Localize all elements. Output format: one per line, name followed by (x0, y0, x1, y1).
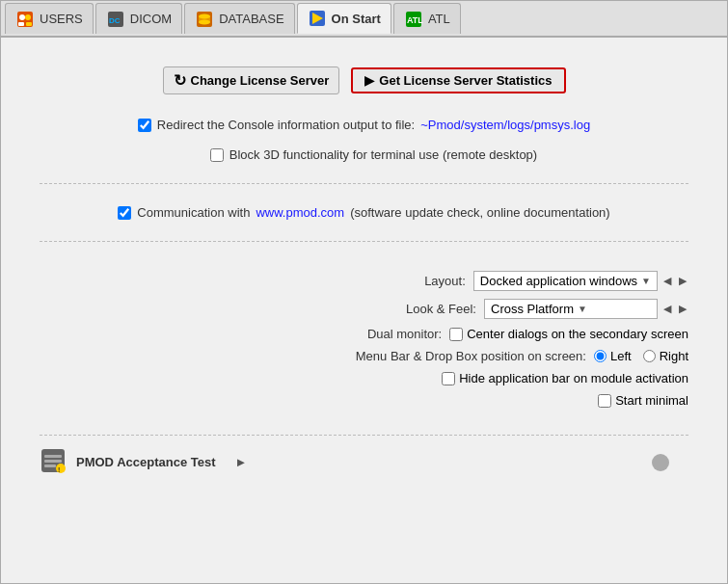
communication-checkbox[interactable] (118, 206, 131, 220)
menu-bar-label: Menu Bar & Drop Box position on screen: (356, 349, 586, 363)
tab-users-label: USERS (40, 12, 83, 26)
look-feel-label: Look & Feel: (264, 302, 476, 316)
atl-icon: ATL (404, 10, 423, 29)
layout-label: Layout: (254, 274, 466, 288)
dual-monitor-checkbox[interactable] (449, 328, 463, 341)
refresh-icon: ↻ (174, 71, 186, 90)
pmod-test-status-circle (652, 454, 669, 471)
license-row: ↻ Change License Server ▶ Get License Se… (163, 66, 566, 94)
menu-bar-right-option[interactable]: Right (643, 349, 688, 363)
redirect-console-label: Redirect the Console information output … (157, 118, 415, 132)
layout-dropdown-arrow: ▼ (641, 276, 651, 286)
svg-point-10 (199, 19, 210, 24)
tab-onstart-label: On Start (332, 12, 381, 26)
dual-monitor-text: Center dialogs on the secondary screen (467, 327, 688, 341)
communication-link: www.pmod.com (256, 205, 344, 220)
tab-atl[interactable]: ATL ATL (393, 3, 461, 34)
block-3d-checkbox[interactable] (210, 148, 224, 162)
svg-text:ATL: ATL (407, 15, 423, 25)
database-icon (195, 10, 214, 29)
onstart-icon (308, 9, 327, 28)
hide-app-bar-row: Hide application bar on module activatio… (40, 371, 688, 385)
dual-monitor-row: Dual monitor: Center dialogs on the seco… (40, 327, 688, 341)
dual-monitor-value: Center dialogs on the secondary screen (449, 327, 688, 341)
main-window: USERS DC DICOM DATABASE (0, 0, 728, 584)
menu-bar-left-label: Left (610, 349, 632, 363)
svg-text:DC: DC (109, 16, 121, 25)
layout-prev-arrow[interactable]: ◀ (661, 275, 673, 287)
tab-onstart[interactable]: On Start (297, 3, 391, 34)
svg-rect-4 (26, 22, 32, 26)
tab-atl-label: ATL (428, 12, 450, 26)
look-feel-value: Cross Platform ▼ ◀ ▶ (484, 299, 688, 319)
pmod-test-label: PMOD Acceptance Test (76, 455, 216, 469)
layout-dropdown-value: Docked application windows (480, 274, 637, 288)
svg-point-2 (25, 14, 31, 20)
start-minimal-value: Start minimal (598, 393, 688, 408)
settings-grid: Layout: Docked application windows ▼ ◀ ▶… (40, 263, 688, 415)
tab-dicom-label: DICOM (130, 12, 172, 26)
tab-users[interactable]: USERS (5, 3, 94, 34)
menu-bar-value: Left Right (594, 349, 688, 363)
divider-1 (40, 183, 688, 184)
redirect-console-row: Redirect the Console information output … (40, 118, 688, 132)
get-stats-button[interactable]: ▶ Get License Server Statistics (351, 67, 565, 93)
users-icon (15, 10, 35, 29)
svg-rect-18 (44, 465, 56, 467)
svg-point-1 (19, 14, 25, 20)
svg-rect-17 (44, 460, 62, 463)
tab-bar: USERS DC DICOM DATABASE (1, 1, 727, 38)
change-license-button[interactable]: ↻ Change License Server (163, 66, 340, 94)
svg-rect-16 (44, 455, 62, 458)
hide-app-bar-checkbox[interactable] (442, 372, 455, 385)
redirect-console-inner: Redirect the Console information output … (138, 118, 590, 132)
look-feel-row: Look & Feel: Cross Platform ▼ ◀ ▶ (40, 299, 688, 319)
main-section: ↻ Change License Server ▶ Get License Se… (40, 66, 688, 477)
communication-suffix: (software update check, online documenta… (350, 205, 610, 220)
layout-dropdown[interactable]: Docked application windows ▼ (473, 271, 658, 291)
look-feel-next-arrow[interactable]: ▶ (677, 303, 688, 315)
look-feel-dropdown-value: Cross Platform (491, 302, 574, 316)
pmod-test-arrow[interactable]: ► (235, 455, 248, 469)
dual-monitor-label: Dual monitor: (229, 327, 442, 341)
hide-app-bar-value: Hide application bar on module activatio… (442, 371, 688, 385)
divider-2 (40, 241, 688, 242)
communication-row: Communication with www.pmod.com (softwar… (40, 205, 688, 220)
block-3d-label: Block 3D functionality for terminal use … (229, 147, 537, 162)
dicom-icon: DC (106, 10, 125, 29)
block-3d-row: Block 3D functionality for terminal use … (40, 147, 688, 162)
communication-label: Communication with (137, 205, 250, 220)
hide-app-bar-label: Hide application bar on module activatio… (459, 371, 688, 385)
redirect-console-checkbox[interactable] (138, 119, 151, 132)
start-minimal-checkbox[interactable] (598, 394, 611, 408)
menu-bar-row: Menu Bar & Drop Box position on screen: … (40, 349, 688, 363)
menu-bar-left-option[interactable]: Left (594, 349, 632, 363)
layout-value: Docked application windows ▼ ◀ ▶ (473, 271, 688, 291)
svg-rect-3 (18, 22, 24, 26)
pmod-test-icon: ! (40, 447, 67, 477)
menu-bar-right-label: Right (660, 349, 688, 363)
content-area: ↻ Change License Server ▶ Get License Se… (1, 38, 727, 583)
look-feel-prev-arrow[interactable]: ◀ (661, 303, 673, 315)
redirect-console-link: ~Pmod/system/logs/pmsys.log (420, 118, 590, 132)
look-feel-dropdown[interactable]: Cross Platform ▼ (484, 299, 658, 319)
look-feel-dropdown-arrow: ▼ (578, 304, 587, 314)
tab-database[interactable]: DATABASE (184, 3, 294, 34)
tab-database-label: DATABASE (219, 12, 283, 26)
get-stats-label: Get License Server Statistics (379, 73, 552, 88)
tab-dicom[interactable]: DC DICOM (95, 3, 182, 34)
menu-bar-left-radio[interactable] (594, 350, 607, 362)
pmod-test-section: ! PMOD Acceptance Test ► (40, 435, 688, 477)
change-license-label: Change License Server (191, 73, 330, 88)
layout-next-arrow[interactable]: ▶ (677, 275, 688, 287)
menu-bar-right-radio[interactable] (643, 350, 656, 362)
block-3d-inner: Block 3D functionality for terminal use … (210, 147, 537, 162)
layout-row: Layout: Docked application windows ▼ ◀ ▶ (40, 271, 688, 291)
play-icon: ▶ (364, 73, 374, 88)
start-minimal-row: Start minimal (40, 393, 688, 408)
svg-text:!: ! (58, 466, 60, 473)
start-minimal-label: Start minimal (615, 393, 688, 408)
